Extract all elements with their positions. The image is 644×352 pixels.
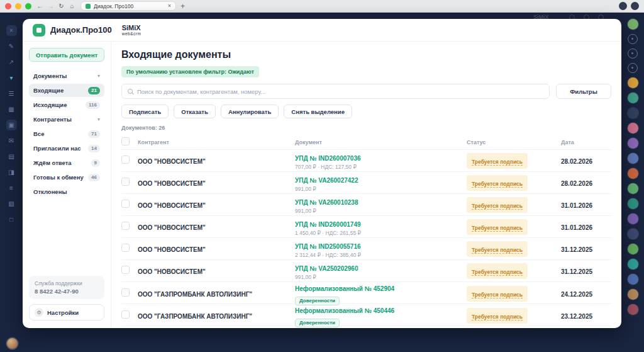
table-row[interactable]: ООО "НОВОСИСТЕМ"УПД № VA260027422991,00 … [121,172,611,194]
status-badge[interactable]: Требуется подпись [467,263,528,279]
settings-button[interactable]: ⚙ Настройки [29,304,104,321]
sidebar-item[interactable]: Готовы к обмену46 [29,171,104,184]
sidebar-item[interactable]: Исходящие116 [29,98,104,111]
profile-icon[interactable] [631,2,639,10]
send-document-button[interactable]: Отправить документ [29,48,104,62]
contact-avatar[interactable] [628,289,638,300]
action-button[interactable]: Снять выделение [284,105,352,118]
document-link[interactable]: УПД № IND260007036 [295,155,361,162]
document-link[interactable]: УПД № IND260001749 [295,221,361,228]
browser-tab[interactable]: Диадок. Про100 × [80,1,176,11]
filter-icon[interactable]: ▾ [6,72,17,83]
sidebar-item-label: Входящие [33,87,64,94]
square-icon[interactable]: □ [6,214,17,225]
minimize-window-button[interactable] [15,3,21,9]
notifications-icon[interactable] [628,34,638,44]
status-badge[interactable]: Требуется подпись [467,241,528,257]
count-badge: 21 [88,87,100,94]
browser-chrome: ←→↻⌂ Диадок. Про100 × + [0,0,644,13]
status-badge[interactable]: Требуется подпись [467,286,528,302]
row-checkbox[interactable] [121,178,130,186]
table-row[interactable]: ООО "НОВОСИСТЕМ"УПД № IND2600017491 450,… [121,216,611,238]
row-checkbox[interactable] [121,200,130,208]
action-button[interactable]: Отказать [174,105,216,118]
panel-icon[interactable]: ▣ [6,120,17,130]
document-link[interactable]: Неформализованный № 452904 [295,285,394,292]
user-avatar[interactable] [7,338,18,349]
document-link[interactable]: УПД № VA250202960 [295,265,358,272]
zoom-window-button[interactable] [25,3,31,9]
tab-close-icon[interactable]: × [168,3,171,9]
contact-avatar[interactable] [628,138,638,149]
row-checkbox[interactable] [121,288,130,297]
new-tab-button[interactable]: + [180,3,185,10]
contact-avatar[interactable] [628,244,638,254]
reload-icon[interactable]: ↻ [57,3,65,9]
sidebar-item[interactable]: Ждём ответа9 [29,156,104,169]
history-icon[interactable] [628,63,638,73]
status-badge[interactable]: Требуется подпись [467,308,528,324]
sidebar-item[interactable]: Отклонены [29,185,104,198]
sidebar-group[interactable]: Контрагенты▾ [29,113,104,126]
document-link[interactable]: УПД № VA260027422 [295,177,358,184]
extension-icon[interactable] [619,2,627,10]
contact-avatar[interactable] [628,259,638,270]
contact-avatar[interactable] [628,123,638,133]
grid-icon[interactable]: ▦ [6,104,17,115]
search-input[interactable] [137,88,543,95]
menu-icon[interactable]: ☰ [6,88,17,99]
action-button[interactable]: Подписать [121,105,169,118]
bookmarks-icon[interactable] [628,48,638,59]
sidebar-item-label: Документы [33,72,67,79]
contact-avatar[interactable] [628,274,638,285]
table-row[interactable]: ООО "НОВОСИСТЕМ"УПД № VA250202960991,00 … [121,260,611,282]
row-checkbox[interactable] [121,244,130,252]
contact-avatar[interactable] [628,77,638,88]
contact-avatar[interactable] [628,183,638,194]
profile-avatar[interactable] [628,19,638,30]
table-row[interactable]: ООО "НОВОСИСТЕМ"УПД № IND260007036707,00… [121,150,611,172]
close-window-button[interactable] [5,3,11,9]
contact-avatar[interactable] [628,229,638,239]
action-button[interactable]: Аннулировать [221,105,279,118]
document-icon[interactable]: ▤ [6,151,17,162]
sidebar-group[interactable]: Документы▾ [29,69,104,82]
mail-icon[interactable]: ✉ [6,135,17,146]
contact-avatar[interactable] [628,213,638,224]
table-row[interactable]: ООО "ГАЗПРОМБАНК АВТОЛИЗИНГ"Неформализов… [121,282,611,304]
close-icon[interactable]: × [6,25,17,36]
status-badge[interactable]: Требуется подпись [467,219,528,235]
list-icon[interactable]: ≡ [6,183,17,193]
select-all-checkbox[interactable] [121,137,130,145]
filters-button[interactable]: Фильтры [556,84,611,99]
split-icon[interactable]: ◨ [6,167,17,178]
contact-avatar[interactable] [628,153,638,164]
home-icon[interactable]: ⌂ [68,3,76,9]
table-row[interactable]: ООО "ГАЗПРОМБАНК АВТОЛИЗИНГ"Неформализов… [121,304,611,326]
sidebar-item[interactable]: Входящие21 [29,84,104,97]
document-link[interactable]: УПД № VA260010238 [295,199,358,206]
forward-icon[interactable]: → [47,3,55,9]
status-badge[interactable]: Требуется подпись [467,175,528,191]
contact-avatar[interactable] [628,304,638,315]
table-row[interactable]: ООО "НОВОСИСТЕМ"УПД № VA260010238991,00 … [121,194,611,216]
row-checkbox[interactable] [121,222,130,230]
status-badge[interactable]: Требуется подпись [467,197,528,213]
row-checkbox[interactable] [121,266,130,274]
status-badge[interactable]: Требуется подпись [467,153,528,169]
contact-avatar[interactable] [628,198,638,209]
back-icon[interactable]: ← [36,3,44,9]
edit-icon[interactable]: ✎ [6,41,17,52]
row-checkbox[interactable] [121,310,130,319]
pattern-icon[interactable]: ▧ [6,198,17,209]
table-row[interactable]: ООО "НОВОСИСТЕМ"УПД № IND2500557162 312,… [121,238,611,260]
document-link[interactable]: УПД № IND250055716 [295,243,361,250]
contact-avatar[interactable] [628,108,638,118]
sidebar-item[interactable]: Пригласили нас14 [29,142,104,155]
contact-avatar[interactable] [628,168,638,179]
row-checkbox[interactable] [121,156,130,164]
document-link[interactable]: Неформализованный № 450446 [295,307,394,314]
contact-avatar[interactable] [628,93,638,103]
sidebar-item[interactable]: Все71 [29,127,104,140]
share-icon[interactable]: ↗ [6,57,17,67]
